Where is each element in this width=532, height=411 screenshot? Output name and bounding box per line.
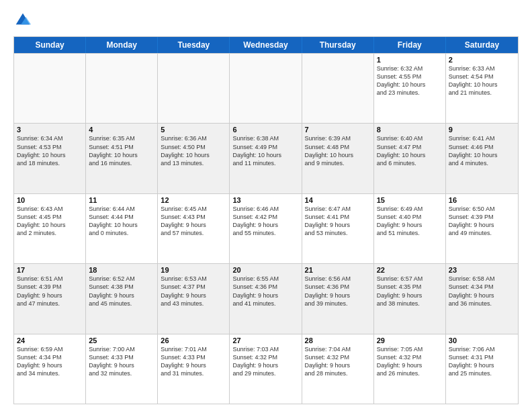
day-number: 23 (449, 266, 515, 274)
day-cell-13: 13Sunrise: 6:46 AM Sunset: 4:42 PM Dayli… (230, 194, 302, 263)
day-number: 1 (377, 56, 443, 64)
day-cell-11: 11Sunrise: 6:44 AM Sunset: 4:44 PM Dayli… (86, 194, 158, 263)
day-cell-8: 8Sunrise: 6:40 AM Sunset: 4:47 PM Daylig… (374, 124, 446, 193)
day-cell-1: 1Sunrise: 6:32 AM Sunset: 4:55 PM Daylig… (374, 54, 446, 123)
day-info: Sunrise: 6:35 AM Sunset: 4:51 PM Dayligh… (89, 134, 154, 167)
day-number: 17 (17, 266, 83, 274)
day-info: Sunrise: 6:55 AM Sunset: 4:36 PM Dayligh… (232, 275, 298, 308)
day-number: 26 (161, 336, 226, 345)
day-info: Sunrise: 6:59 AM Sunset: 4:34 PM Dayligh… (17, 345, 83, 378)
header-day-friday: Friday (374, 37, 446, 53)
day-number: 14 (305, 196, 371, 204)
day-cell-5: 5Sunrise: 6:36 AM Sunset: 4:50 PM Daylig… (158, 124, 230, 193)
calendar-row-4: 17Sunrise: 6:51 AM Sunset: 4:39 PM Dayli… (14, 263, 518, 333)
day-number: 13 (232, 196, 298, 204)
day-info: Sunrise: 6:43 AM Sunset: 4:45 PM Dayligh… (17, 205, 83, 238)
day-number: 22 (377, 266, 443, 274)
day-info: Sunrise: 6:41 AM Sunset: 4:46 PM Dayligh… (449, 134, 515, 167)
day-info: Sunrise: 6:34 AM Sunset: 4:53 PM Dayligh… (17, 134, 83, 167)
day-number: 5 (161, 126, 226, 134)
page: SundayMondayTuesdayWednesdayThursdayFrid… (0, 0, 532, 411)
header-day-wednesday: Wednesday (230, 37, 302, 53)
day-info: Sunrise: 6:46 AM Sunset: 4:42 PM Dayligh… (232, 205, 298, 238)
day-info: Sunrise: 7:00 AM Sunset: 4:33 PM Dayligh… (89, 345, 154, 378)
calendar-row-3: 10Sunrise: 6:43 AM Sunset: 4:45 PM Dayli… (14, 193, 518, 263)
day-cell-16: 16Sunrise: 6:50 AM Sunset: 4:39 PM Dayli… (446, 194, 518, 263)
day-number: 16 (449, 196, 515, 204)
day-number: 27 (232, 336, 298, 345)
day-cell-21: 21Sunrise: 6:56 AM Sunset: 4:36 PM Dayli… (302, 264, 374, 333)
day-number: 2 (449, 56, 515, 64)
day-info: Sunrise: 6:50 AM Sunset: 4:39 PM Dayligh… (449, 205, 515, 238)
day-number: 19 (161, 266, 226, 274)
header-day-tuesday: Tuesday (158, 37, 230, 53)
day-cell-24: 24Sunrise: 6:59 AM Sunset: 4:34 PM Dayli… (14, 334, 86, 404)
day-info: Sunrise: 6:56 AM Sunset: 4:36 PM Dayligh… (305, 275, 371, 308)
day-cell-10: 10Sunrise: 6:43 AM Sunset: 4:45 PM Dayli… (14, 194, 86, 263)
day-info: Sunrise: 6:49 AM Sunset: 4:40 PM Dayligh… (377, 205, 443, 238)
logo-icon (13, 11, 32, 30)
day-cell-27: 27Sunrise: 7:03 AM Sunset: 4:32 PM Dayli… (230, 334, 302, 404)
day-info: Sunrise: 7:03 AM Sunset: 4:32 PM Dayligh… (232, 345, 298, 378)
header (13, 11, 519, 30)
day-number: 21 (305, 266, 371, 274)
day-number: 18 (89, 266, 154, 274)
day-cell-29: 29Sunrise: 7:05 AM Sunset: 4:32 PM Dayli… (374, 334, 446, 404)
day-info: Sunrise: 6:38 AM Sunset: 4:49 PM Dayligh… (232, 134, 298, 167)
day-number: 4 (89, 126, 154, 134)
day-info: Sunrise: 7:01 AM Sunset: 4:33 PM Dayligh… (161, 345, 226, 378)
day-number: 15 (377, 196, 443, 204)
day-info: Sunrise: 6:32 AM Sunset: 4:55 PM Dayligh… (377, 64, 443, 97)
day-number: 11 (89, 196, 154, 204)
day-cell-22: 22Sunrise: 6:57 AM Sunset: 4:35 PM Dayli… (374, 264, 446, 333)
day-number: 25 (89, 336, 154, 345)
day-number: 10 (17, 196, 83, 204)
day-cell-30: 30Sunrise: 7:06 AM Sunset: 4:31 PM Dayli… (446, 334, 518, 404)
header-day-thursday: Thursday (302, 37, 374, 53)
day-number: 29 (377, 336, 443, 345)
day-info: Sunrise: 6:40 AM Sunset: 4:47 PM Dayligh… (377, 134, 443, 167)
day-number: 28 (305, 336, 371, 345)
day-info: Sunrise: 6:53 AM Sunset: 4:37 PM Dayligh… (161, 275, 226, 308)
day-cell-20: 20Sunrise: 6:55 AM Sunset: 4:36 PM Dayli… (230, 264, 302, 333)
empty-cell (86, 54, 158, 123)
empty-cell (302, 54, 374, 123)
header-day-sunday: Sunday (14, 37, 86, 53)
day-cell-15: 15Sunrise: 6:49 AM Sunset: 4:40 PM Dayli… (374, 194, 446, 263)
day-info: Sunrise: 6:52 AM Sunset: 4:38 PM Dayligh… (89, 275, 154, 308)
day-number: 6 (232, 126, 298, 134)
header-day-monday: Monday (86, 37, 158, 53)
day-cell-9: 9Sunrise: 6:41 AM Sunset: 4:46 PM Daylig… (446, 124, 518, 193)
day-cell-17: 17Sunrise: 6:51 AM Sunset: 4:39 PM Dayli… (14, 264, 86, 333)
day-cell-19: 19Sunrise: 6:53 AM Sunset: 4:37 PM Dayli… (158, 264, 230, 333)
empty-cell (158, 54, 230, 123)
day-cell-23: 23Sunrise: 6:58 AM Sunset: 4:34 PM Dayli… (446, 264, 518, 333)
day-cell-2: 2Sunrise: 6:33 AM Sunset: 4:54 PM Daylig… (446, 54, 518, 123)
day-cell-26: 26Sunrise: 7:01 AM Sunset: 4:33 PM Dayli… (158, 334, 230, 404)
calendar-row-1: 1Sunrise: 6:32 AM Sunset: 4:55 PM Daylig… (14, 53, 518, 123)
calendar-row-2: 3Sunrise: 6:34 AM Sunset: 4:53 PM Daylig… (14, 123, 518, 193)
day-info: Sunrise: 6:44 AM Sunset: 4:44 PM Dayligh… (89, 205, 154, 238)
day-info: Sunrise: 7:04 AM Sunset: 4:32 PM Dayligh… (305, 345, 371, 378)
day-number: 12 (161, 196, 226, 204)
day-cell-3: 3Sunrise: 6:34 AM Sunset: 4:53 PM Daylig… (14, 124, 86, 193)
day-number: 7 (305, 126, 371, 134)
calendar-header: SundayMondayTuesdayWednesdayThursdayFrid… (14, 37, 518, 53)
day-info: Sunrise: 6:39 AM Sunset: 4:48 PM Dayligh… (305, 134, 371, 167)
day-cell-18: 18Sunrise: 6:52 AM Sunset: 4:38 PM Dayli… (86, 264, 158, 333)
header-day-saturday: Saturday (446, 37, 518, 53)
empty-cell (14, 54, 86, 123)
day-info: Sunrise: 6:45 AM Sunset: 4:43 PM Dayligh… (161, 205, 226, 238)
logo (13, 11, 35, 30)
day-number: 9 (449, 126, 515, 134)
day-number: 20 (232, 266, 298, 274)
calendar: SundayMondayTuesdayWednesdayThursdayFrid… (13, 36, 519, 404)
calendar-body: 1Sunrise: 6:32 AM Sunset: 4:55 PM Daylig… (14, 53, 518, 404)
day-number: 24 (17, 336, 83, 345)
calendar-row-5: 24Sunrise: 6:59 AM Sunset: 4:34 PM Dayli… (14, 334, 518, 404)
day-info: Sunrise: 7:05 AM Sunset: 4:32 PM Dayligh… (377, 345, 443, 378)
day-cell-28: 28Sunrise: 7:04 AM Sunset: 4:32 PM Dayli… (302, 334, 374, 404)
day-number: 8 (377, 126, 443, 134)
day-info: Sunrise: 6:58 AM Sunset: 4:34 PM Dayligh… (449, 275, 515, 308)
day-cell-25: 25Sunrise: 7:00 AM Sunset: 4:33 PM Dayli… (86, 334, 158, 404)
